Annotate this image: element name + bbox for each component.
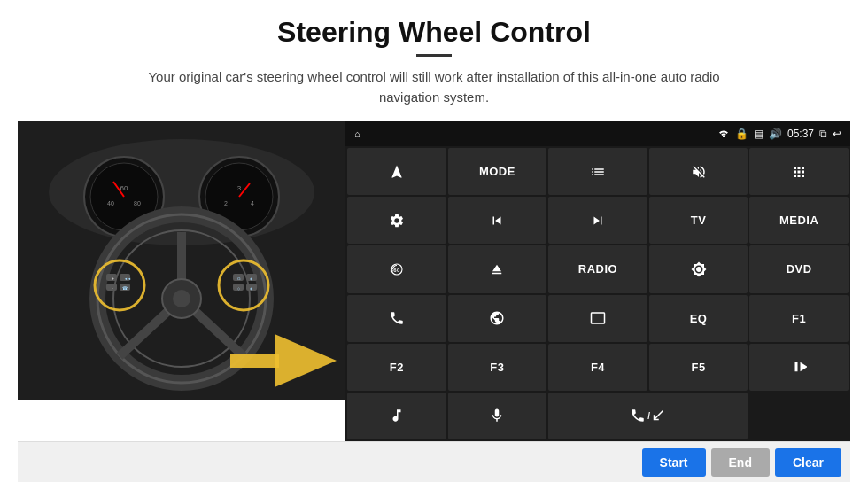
statusbar-left: ⌂: [354, 128, 360, 139]
media-button[interactable]: MEDIA: [749, 197, 849, 244]
brightness-button[interactable]: [649, 245, 748, 292]
end-button[interactable]: End: [711, 448, 770, 477]
svg-text:60: 60: [120, 184, 128, 192]
hangup-button[interactable]: /: [548, 393, 748, 439]
eject-button[interactable]: [448, 245, 547, 292]
statusbar-right: 🔒 ▤ 🔊 05:37 ⧉ ↩: [717, 128, 841, 140]
lock-icon: 🔒: [735, 128, 748, 140]
list-button[interactable]: [548, 148, 647, 195]
page-container: Steering Wheel Control Your original car…: [0, 0, 868, 482]
svg-text:+: +: [112, 276, 114, 281]
clear-button[interactable]: Clear: [775, 448, 841, 477]
svg-text:◄◄: ◄◄: [124, 276, 131, 281]
settings-button[interactable]: [347, 197, 446, 244]
wifi-icon: [717, 128, 730, 140]
content-row: 60 40 80 3 2 4: [18, 121, 850, 441]
tv-button[interactable]: TV: [649, 197, 748, 244]
home-icon: ⌂: [354, 128, 360, 139]
svg-text:4: 4: [251, 200, 254, 206]
start-button[interactable]: Start: [642, 448, 706, 477]
bottom-bar: Start End Clear: [18, 441, 850, 482]
svg-text:3: 3: [237, 184, 242, 192]
nav-button[interactable]: [347, 148, 446, 195]
window-icon: ⧉: [819, 128, 827, 140]
svg-rect-41: [230, 354, 279, 368]
f4-button[interactable]: F4: [548, 344, 647, 391]
360cam-button[interactable]: 360: [347, 245, 446, 292]
time-display: 05:37: [787, 128, 814, 140]
svg-text:☊: ☊: [237, 276, 241, 281]
screen-button[interactable]: [548, 295, 647, 342]
svg-point-21: [173, 290, 190, 307]
f2-button[interactable]: F2: [347, 344, 446, 391]
svg-text:2: 2: [224, 200, 228, 206]
f1-button[interactable]: F1: [749, 295, 849, 342]
playpause-button[interactable]: [749, 344, 849, 391]
f3-button[interactable]: F3: [448, 344, 547, 391]
back-icon: ↩: [833, 128, 841, 140]
prev-button[interactable]: [448, 197, 547, 244]
dvd-button[interactable]: DVD: [749, 245, 849, 292]
steering-wheel-image: 60 40 80 3 2 4: [18, 121, 345, 400]
bluetooth-icon: 🔊: [769, 128, 782, 140]
title-underline: [416, 54, 452, 57]
statusbar: ⌂ 🔒 ▤ 🔊 05:37 ⧉ ↩: [345, 121, 850, 146]
mic-button[interactable]: [448, 393, 547, 439]
page-title: Steering Wheel Control: [277, 16, 591, 49]
page-subtitle: Your original car's steering wheel contr…: [133, 67, 735, 107]
hu-button-grid: MODE TV: [345, 146, 850, 441]
svg-text:40: 40: [107, 200, 114, 206]
svg-text:☎: ☎: [122, 285, 128, 291]
music-button[interactable]: [347, 393, 446, 439]
svg-text:80: 80: [134, 200, 141, 206]
sd-icon: ▤: [754, 128, 763, 140]
eq-button[interactable]: EQ: [649, 295, 748, 342]
radio-button[interactable]: RADIO: [548, 245, 647, 292]
phone-button[interactable]: [347, 295, 446, 342]
next-button[interactable]: [548, 197, 647, 244]
mode-button[interactable]: MODE: [448, 148, 547, 195]
f5-button[interactable]: F5: [649, 344, 748, 391]
head-unit-panel: ⌂ 🔒 ▤ 🔊 05:37 ⧉ ↩: [345, 121, 850, 441]
web-button[interactable]: [448, 295, 547, 342]
apps-button[interactable]: [749, 148, 849, 195]
mute-button[interactable]: [649, 148, 748, 195]
